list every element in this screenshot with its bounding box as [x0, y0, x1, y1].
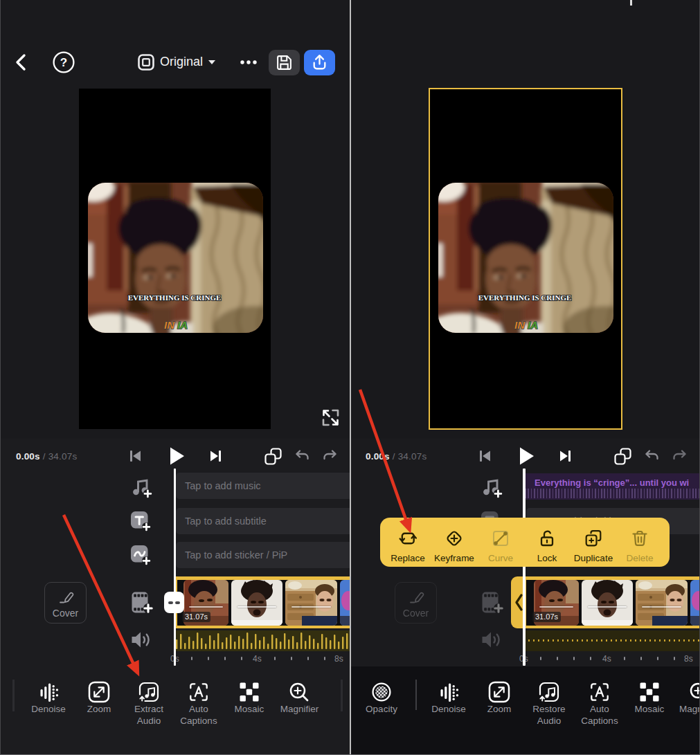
svg-text:?: ? [60, 56, 67, 69]
svg-text:IA: IA [177, 319, 188, 331]
svg-text:EVERYTHING IS CRINGE: EVERYTHING IS CRINGE [128, 293, 222, 302]
svg-text:IN: IN [514, 319, 526, 331]
svg-text:IA: IA [528, 319, 538, 331]
svg-text:EVERYTHING IS CRINGE: EVERYTHING IS CRINGE [478, 293, 572, 302]
svg-text:IN: IN [164, 319, 175, 331]
